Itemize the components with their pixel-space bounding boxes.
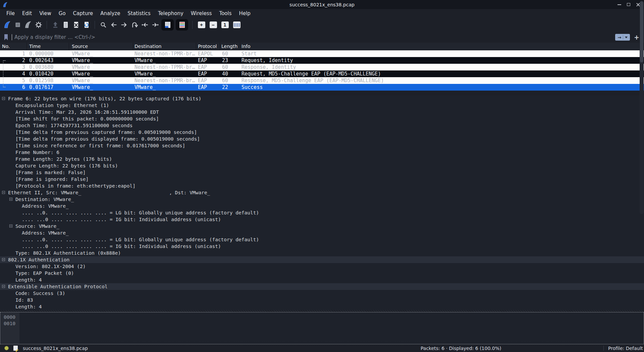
hex-row[interactable]: 0010 [1,320,15,326]
detail-tree-line[interactable]: [Time delta from previous captured frame… [0,129,644,136]
detail-tree-line[interactable]: [Frame is marked: False] [0,169,644,176]
find-packet-button[interactable] [98,19,108,30]
column-header-destination[interactable]: Destination [133,43,196,50]
collapse-expander-icon[interactable] [9,224,12,228]
open-file-button[interactable] [50,19,60,30]
detail-tree-line[interactable]: [Time delta from previous displayed fram… [0,136,644,142]
detail-tree-line[interactable]: Code: Success (3) [0,290,644,297]
collapse-expander-icon[interactable] [2,97,5,100]
cell-time: 0.010420 [27,70,69,77]
column-header-protocol[interactable]: Protocol [196,43,220,50]
detail-tree-line[interactable]: 802.1X Authentication [0,256,644,263]
auto-scroll-toggle[interactable] [161,19,174,31]
menu-item-view[interactable]: View [36,9,55,18]
collapse-expander-icon[interactable] [2,258,5,261]
menu-item-capture[interactable]: Capture [69,9,97,18]
go-back-button[interactable] [108,19,119,30]
detail-tree-line[interactable]: .... ...0 .... .... .... .... = IG bit: … [0,216,644,223]
filter-input[interactable]: Apply a display filter … <Ctrl-/> [14,34,95,40]
packet-row-5[interactable]: 50.012598VMware_Nearest-non-TPMR-br…EAP6… [0,77,644,84]
detail-tree-line[interactable]: Capture Length: 22 bytes (176 bits) [0,162,644,169]
detail-tree-line[interactable]: Type: 802.1X Authentication (0x888e) [0,250,644,256]
colorize-toggle[interactable] [176,19,188,31]
stop-capture-button[interactable] [12,19,23,30]
detail-tree-line[interactable]: Length: 4 [0,276,644,283]
packet-row-6[interactable]: 60.017617VMware_VMware_EAP22Success [0,84,644,91]
go-forward-button[interactable] [119,19,129,30]
detail-tree-line[interactable]: [Time shift for this packet: 0.000000000… [0,115,644,122]
detail-tree-line[interactable]: Address: VMware_ [0,230,644,236]
hex-row[interactable]: 0000 [1,314,15,320]
filter-add-button[interactable]: + [634,34,639,41]
restart-capture-button[interactable] [23,19,33,30]
start-capture-button[interactable] [2,19,12,30]
detail-tree-line[interactable]: .... ...0 .... .... .... .... = IG bit: … [0,243,644,250]
menu-item-analyze[interactable]: Analyze [97,9,124,18]
detail-tree-line[interactable]: Type: EAP Packet (0) [0,270,644,276]
column-header-source[interactable]: Source [69,43,133,50]
detail-tree-line[interactable]: Encapsulation type: Ethernet (1) [0,102,644,109]
column-header-time[interactable]: Time [27,43,69,50]
detail-tree-line[interactable]: Frame Number: 6 [0,149,644,156]
packet-row-2[interactable]: 20.002643VMware_VMware_EAP23Request, Ide… [0,57,644,64]
close-file-button[interactable] [71,19,81,30]
collapse-expander-icon[interactable] [2,191,5,194]
status-filename[interactable]: success_8021x_ens38.pcap [23,346,88,351]
column-header-no[interactable]: No. [0,43,27,50]
collapse-expander-icon[interactable] [2,285,5,288]
packet-bytes-pane[interactable]: 00000010 [0,312,644,344]
detail-tree-line[interactable]: Extensible Authentication Protocol [0,283,644,290]
menu-item-help[interactable]: Help [235,9,254,18]
detail-tree-line[interactable]: Ethernet II, Src: VMware_ , Dst: VMware_ [0,189,644,196]
column-header-length[interactable]: Length [220,43,240,50]
detail-tree-line[interactable]: Source: VMware_ [0,223,644,230]
menu-item-edit[interactable]: Edit [18,9,36,18]
detail-tree-line[interactable]: Epoch Time: 1774297731.591100000 seconds [0,122,644,129]
packet-row-4[interactable]: 40.010420VMware_VMware_EAP40Request, MD5… [0,70,644,77]
detail-tree-line[interactable]: [Time since reference or first frame: 0.… [0,142,644,149]
go-first-packet-button[interactable] [140,19,150,30]
expert-info-icon[interactable] [4,346,9,350]
zoom-in-button[interactable]: + [196,19,207,30]
go-to-packet-button[interactable] [129,19,140,30]
scrollbar-thumb[interactable] [640,1,643,62]
filter-apply-button[interactable]: → [615,34,630,41]
menu-item-wireless[interactable]: Wireless [187,9,216,18]
save-file-button[interactable] [60,19,71,30]
capture-options-button[interactable] [33,19,44,30]
packet-row-1[interactable]: 10.000000VMware_Nearest-non-TPMR-br…EAPO… [0,50,644,57]
menu-item-telephony[interactable]: Telephony [154,9,187,18]
display-filter-bar[interactable]: Apply a display filter … <Ctrl-/> → + [0,32,644,43]
detail-scrollbar[interactable] [640,1,644,214]
detail-tree-line[interactable]: .... ..0. .... .... .... .... = LG bit: … [0,209,644,216]
normal-size-button[interactable]: 1 [220,19,230,30]
minimize-button[interactable] [614,0,624,9]
detail-tree-line[interactable]: Arrival Time: Mar 23, 2026 16:28:51.5911… [0,109,644,115]
detail-tree-line[interactable]: [Protocols in frame: eth:ethertype:eapol… [0,183,644,189]
detail-tree-line[interactable]: Length: 4 [0,303,644,310]
detail-line-text: [Time delta from previous displayed fram… [15,136,200,142]
menu-item-tools[interactable]: Tools [216,9,235,18]
filter-bookmark-button[interactable] [3,34,9,41]
menu-item-statistics[interactable]: Statistics [124,9,154,18]
detail-tree-line[interactable]: Frame Length: 22 bytes (176 bits) [0,156,644,162]
capture-comment-icon[interactable] [13,346,18,351]
detail-tree-line[interactable]: Address: VMware_ [0,203,644,209]
collapse-expander-icon[interactable] [9,198,12,201]
menu-item-file[interactable]: File [3,9,18,18]
resize-columns-button[interactable] [231,19,242,30]
detail-tree-line[interactable]: [Frame is ignored: False] [0,176,644,183]
detail-tree-line[interactable]: Version: 802.1X-2004 (2) [0,263,644,270]
detail-tree-line[interactable]: Id: 83 [0,297,644,303]
status-profile[interactable]: Profile: Default [608,346,643,351]
detail-tree-line[interactable]: Destination: VMware_ [0,196,644,203]
packet-row-3[interactable]: 30.003680VMware_Nearest-non-TPMR-br…EAP6… [0,64,644,70]
zoom-out-button[interactable]: − [208,19,218,30]
detail-tree-line[interactable]: Frame 6: 22 bytes on wire (176 bits), 22… [0,95,644,102]
detail-tree-line[interactable]: .... ..0. .... .... .... .... = LG bit: … [0,236,644,243]
go-last-packet-button[interactable] [150,19,160,30]
reload-file-button[interactable] [81,19,92,30]
maximize-button[interactable] [624,0,633,9]
column-header-info[interactable]: Info [240,43,644,50]
menu-item-go[interactable]: Go [55,9,69,18]
